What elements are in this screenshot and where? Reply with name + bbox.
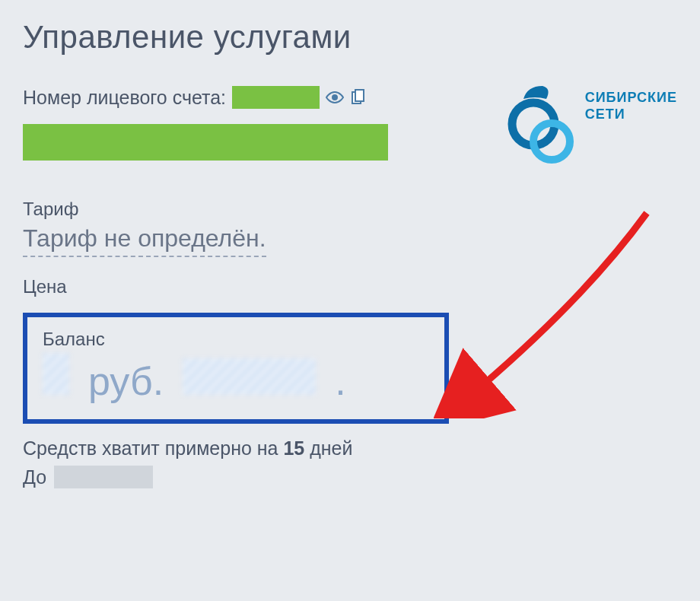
- funds-after: дней: [304, 437, 352, 459]
- balance-currency: руб.: [88, 358, 164, 404]
- price-label: Цена: [23, 276, 504, 297]
- content-row: Номер лицевого счета: Тариф Тар: [23, 86, 677, 488]
- until-label: До: [23, 466, 46, 488]
- balance-extra-redacted: [183, 358, 316, 395]
- until-row: До: [23, 466, 504, 488]
- copy-icon[interactable]: [350, 88, 367, 107]
- company-logo: СИБИРСКИЕ СЕТИ: [504, 82, 677, 166]
- logo-line2: СЕТИ: [585, 107, 677, 123]
- eye-icon[interactable]: [326, 88, 344, 107]
- tariff-value[interactable]: Тариф не определён.: [23, 224, 266, 257]
- name-redacted: [23, 124, 388, 161]
- logo-text: СИБИРСКИЕ СЕТИ: [585, 90, 677, 122]
- svg-point-0: [332, 95, 337, 100]
- funds-info: Средств хватит примерно на 15 дней: [23, 437, 504, 459]
- logo-icon: [504, 82, 581, 166]
- balance-box: Баланс руб. .: [23, 313, 449, 424]
- balance-amount: руб. .: [43, 353, 429, 404]
- left-column: Номер лицевого счета: Тариф Тар: [23, 86, 504, 488]
- balance-label: Баланс: [43, 329, 429, 350]
- account-number-redacted: [232, 86, 320, 109]
- main-container: Управление услугами Номер лицевого счета…: [0, 0, 700, 601]
- tariff-label: Тариф: [23, 199, 504, 220]
- balance-value-redacted: [43, 353, 69, 395]
- funds-before: Средств хватит примерно на: [23, 437, 283, 459]
- page-title: Управление услугами: [23, 19, 677, 56]
- logo-line1: СИБИРСКИЕ: [585, 90, 677, 107]
- svg-rect-2: [355, 90, 364, 101]
- funds-days: 15: [283, 437, 304, 459]
- account-row: Номер лицевого счета:: [23, 86, 504, 109]
- balance-dot: .: [335, 358, 345, 404]
- until-date-redacted: [54, 466, 153, 488]
- account-label: Номер лицевого счета:: [23, 87, 226, 109]
